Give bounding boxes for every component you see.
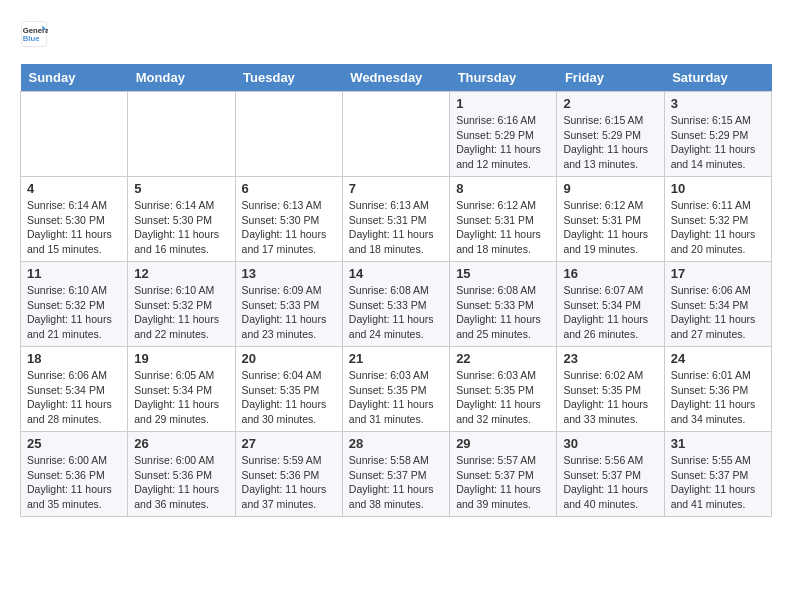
- day-info: Sunrise: 5:58 AM Sunset: 5:37 PM Dayligh…: [349, 453, 443, 512]
- day-number: 2: [563, 96, 657, 111]
- day-number: 25: [27, 436, 121, 451]
- calendar-cell: 22Sunrise: 6:03 AM Sunset: 5:35 PM Dayli…: [450, 347, 557, 432]
- calendar-cell: 21Sunrise: 6:03 AM Sunset: 5:35 PM Dayli…: [342, 347, 449, 432]
- day-number: 15: [456, 266, 550, 281]
- day-info: Sunrise: 5:59 AM Sunset: 5:36 PM Dayligh…: [242, 453, 336, 512]
- calendar-cell: 26Sunrise: 6:00 AM Sunset: 5:36 PM Dayli…: [128, 432, 235, 517]
- day-info: Sunrise: 6:15 AM Sunset: 5:29 PM Dayligh…: [671, 113, 765, 172]
- day-number: 4: [27, 181, 121, 196]
- page-header: General Blue: [20, 20, 772, 48]
- day-info: Sunrise: 6:10 AM Sunset: 5:32 PM Dayligh…: [27, 283, 121, 342]
- logo-icon: General Blue: [20, 20, 48, 48]
- day-info: Sunrise: 6:07 AM Sunset: 5:34 PM Dayligh…: [563, 283, 657, 342]
- day-number: 16: [563, 266, 657, 281]
- calendar-cell: 20Sunrise: 6:04 AM Sunset: 5:35 PM Dayli…: [235, 347, 342, 432]
- day-number: 19: [134, 351, 228, 366]
- calendar-cell: 27Sunrise: 5:59 AM Sunset: 5:36 PM Dayli…: [235, 432, 342, 517]
- day-info: Sunrise: 6:12 AM Sunset: 5:31 PM Dayligh…: [456, 198, 550, 257]
- day-info: Sunrise: 6:12 AM Sunset: 5:31 PM Dayligh…: [563, 198, 657, 257]
- calendar-week-1: 1Sunrise: 6:16 AM Sunset: 5:29 PM Daylig…: [21, 92, 772, 177]
- day-info: Sunrise: 6:06 AM Sunset: 5:34 PM Dayligh…: [671, 283, 765, 342]
- day-header-monday: Monday: [128, 64, 235, 92]
- day-info: Sunrise: 5:55 AM Sunset: 5:37 PM Dayligh…: [671, 453, 765, 512]
- day-info: Sunrise: 6:15 AM Sunset: 5:29 PM Dayligh…: [563, 113, 657, 172]
- calendar-week-2: 4Sunrise: 6:14 AM Sunset: 5:30 PM Daylig…: [21, 177, 772, 262]
- day-info: Sunrise: 6:00 AM Sunset: 5:36 PM Dayligh…: [134, 453, 228, 512]
- day-info: Sunrise: 6:13 AM Sunset: 5:31 PM Dayligh…: [349, 198, 443, 257]
- calendar-cell: 7Sunrise: 6:13 AM Sunset: 5:31 PM Daylig…: [342, 177, 449, 262]
- day-number: 20: [242, 351, 336, 366]
- day-header-friday: Friday: [557, 64, 664, 92]
- calendar-cell: 6Sunrise: 6:13 AM Sunset: 5:30 PM Daylig…: [235, 177, 342, 262]
- header-row: SundayMondayTuesdayWednesdayThursdayFrid…: [21, 64, 772, 92]
- day-header-tuesday: Tuesday: [235, 64, 342, 92]
- calendar-cell: 13Sunrise: 6:09 AM Sunset: 5:33 PM Dayli…: [235, 262, 342, 347]
- day-info: Sunrise: 6:03 AM Sunset: 5:35 PM Dayligh…: [349, 368, 443, 427]
- calendar-cell: 19Sunrise: 6:05 AM Sunset: 5:34 PM Dayli…: [128, 347, 235, 432]
- day-header-thursday: Thursday: [450, 64, 557, 92]
- day-number: 11: [27, 266, 121, 281]
- day-number: 22: [456, 351, 550, 366]
- day-info: Sunrise: 6:03 AM Sunset: 5:35 PM Dayligh…: [456, 368, 550, 427]
- day-info: Sunrise: 6:06 AM Sunset: 5:34 PM Dayligh…: [27, 368, 121, 427]
- calendar-cell: 15Sunrise: 6:08 AM Sunset: 5:33 PM Dayli…: [450, 262, 557, 347]
- day-number: 5: [134, 181, 228, 196]
- calendar-cell: [342, 92, 449, 177]
- day-header-wednesday: Wednesday: [342, 64, 449, 92]
- calendar-cell: [128, 92, 235, 177]
- day-number: 31: [671, 436, 765, 451]
- calendar-cell: [21, 92, 128, 177]
- day-number: 1: [456, 96, 550, 111]
- calendar-week-4: 18Sunrise: 6:06 AM Sunset: 5:34 PM Dayli…: [21, 347, 772, 432]
- calendar-table: SundayMondayTuesdayWednesdayThursdayFrid…: [20, 64, 772, 517]
- day-info: Sunrise: 6:11 AM Sunset: 5:32 PM Dayligh…: [671, 198, 765, 257]
- day-number: 10: [671, 181, 765, 196]
- day-info: Sunrise: 6:10 AM Sunset: 5:32 PM Dayligh…: [134, 283, 228, 342]
- day-info: Sunrise: 6:05 AM Sunset: 5:34 PM Dayligh…: [134, 368, 228, 427]
- day-number: 30: [563, 436, 657, 451]
- calendar-cell: 11Sunrise: 6:10 AM Sunset: 5:32 PM Dayli…: [21, 262, 128, 347]
- calendar-week-3: 11Sunrise: 6:10 AM Sunset: 5:32 PM Dayli…: [21, 262, 772, 347]
- day-number: 7: [349, 181, 443, 196]
- day-number: 28: [349, 436, 443, 451]
- day-number: 26: [134, 436, 228, 451]
- day-number: 21: [349, 351, 443, 366]
- day-info: Sunrise: 6:14 AM Sunset: 5:30 PM Dayligh…: [27, 198, 121, 257]
- day-number: 13: [242, 266, 336, 281]
- calendar-cell: 14Sunrise: 6:08 AM Sunset: 5:33 PM Dayli…: [342, 262, 449, 347]
- calendar-cell: 16Sunrise: 6:07 AM Sunset: 5:34 PM Dayli…: [557, 262, 664, 347]
- svg-text:Blue: Blue: [23, 34, 40, 43]
- calendar-cell: 31Sunrise: 5:55 AM Sunset: 5:37 PM Dayli…: [664, 432, 771, 517]
- day-number: 6: [242, 181, 336, 196]
- day-number: 8: [456, 181, 550, 196]
- day-number: 12: [134, 266, 228, 281]
- day-info: Sunrise: 5:56 AM Sunset: 5:37 PM Dayligh…: [563, 453, 657, 512]
- day-header-sunday: Sunday: [21, 64, 128, 92]
- calendar-cell: 18Sunrise: 6:06 AM Sunset: 5:34 PM Dayli…: [21, 347, 128, 432]
- day-info: Sunrise: 6:13 AM Sunset: 5:30 PM Dayligh…: [242, 198, 336, 257]
- calendar-cell: 25Sunrise: 6:00 AM Sunset: 5:36 PM Dayli…: [21, 432, 128, 517]
- logo: General Blue: [20, 20, 52, 48]
- calendar-cell: 9Sunrise: 6:12 AM Sunset: 5:31 PM Daylig…: [557, 177, 664, 262]
- calendar-cell: 12Sunrise: 6:10 AM Sunset: 5:32 PM Dayli…: [128, 262, 235, 347]
- day-info: Sunrise: 6:00 AM Sunset: 5:36 PM Dayligh…: [27, 453, 121, 512]
- calendar-cell: 29Sunrise: 5:57 AM Sunset: 5:37 PM Dayli…: [450, 432, 557, 517]
- day-number: 24: [671, 351, 765, 366]
- calendar-cell: 30Sunrise: 5:56 AM Sunset: 5:37 PM Dayli…: [557, 432, 664, 517]
- calendar-cell: 5Sunrise: 6:14 AM Sunset: 5:30 PM Daylig…: [128, 177, 235, 262]
- day-number: 14: [349, 266, 443, 281]
- day-number: 17: [671, 266, 765, 281]
- calendar-week-5: 25Sunrise: 6:00 AM Sunset: 5:36 PM Dayli…: [21, 432, 772, 517]
- day-number: 9: [563, 181, 657, 196]
- calendar-cell: 17Sunrise: 6:06 AM Sunset: 5:34 PM Dayli…: [664, 262, 771, 347]
- day-info: Sunrise: 6:09 AM Sunset: 5:33 PM Dayligh…: [242, 283, 336, 342]
- day-number: 23: [563, 351, 657, 366]
- day-info: Sunrise: 6:08 AM Sunset: 5:33 PM Dayligh…: [349, 283, 443, 342]
- calendar-cell: 1Sunrise: 6:16 AM Sunset: 5:29 PM Daylig…: [450, 92, 557, 177]
- day-info: Sunrise: 6:04 AM Sunset: 5:35 PM Dayligh…: [242, 368, 336, 427]
- calendar-cell: 4Sunrise: 6:14 AM Sunset: 5:30 PM Daylig…: [21, 177, 128, 262]
- day-info: Sunrise: 5:57 AM Sunset: 5:37 PM Dayligh…: [456, 453, 550, 512]
- calendar-cell: [235, 92, 342, 177]
- day-number: 27: [242, 436, 336, 451]
- day-info: Sunrise: 6:08 AM Sunset: 5:33 PM Dayligh…: [456, 283, 550, 342]
